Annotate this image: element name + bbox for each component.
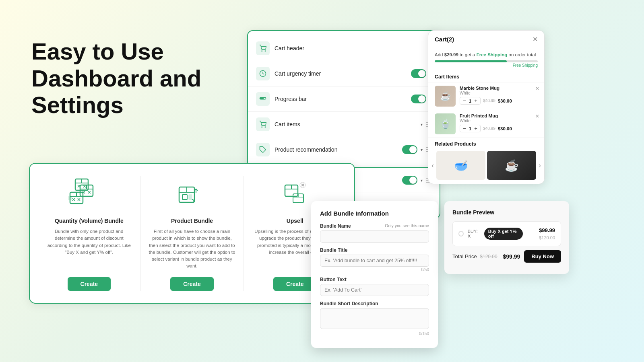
svg-point-37 [193,200,195,202]
bundle-price-new: $99.99 [539,227,555,233]
svg-rect-35 [182,195,187,200]
bundle-name-label: Bundle Name Only you see this name [320,223,429,229]
quantity-bundle-icon [67,176,111,212]
shipping-bar-fill [435,60,507,62]
cart-item-name: Marble Stone Mug [460,86,538,90]
related-product-image[interactable]: ☕ [487,151,536,180]
cart-items-label: Cart items [275,121,416,128]
bundle-cards-section: Quantity (Volume) Bundle Bundle with onl… [29,163,355,304]
bundle-preview-prices: $99.99 $120.00 [523,226,555,241]
extra1-controls[interactable]: ▾ [402,176,431,185]
cart-item-variant: White [460,118,538,123]
quantity-bundle-title: Quantity (Volume) Bundle [55,218,124,224]
cart-item-info: Fruit Printed Mug White − 1 + $40.99 $30… [460,113,538,132]
cart-items-icon [256,117,270,131]
prev-arrow-icon[interactable]: ‹ [431,161,435,170]
price-old: $40.99 [483,99,495,103]
bundle-preview-panel: Bundle Preview BUY: X Buy X get Y% off $… [444,201,569,274]
sidebar-item-cart-items[interactable]: Cart items ▾ [248,112,440,137]
cart-header-icon [256,41,270,55]
qty-increase-button[interactable]: + [473,125,479,132]
sidebar-item-cart-header[interactable]: Cart header ▾ [248,36,440,61]
upsell-create-button[interactable]: Create [273,277,317,291]
svg-rect-13 [68,196,72,200]
bundle-name-group: Bundle Name Only you see this name [320,223,429,243]
sidebar-item-progress-bar[interactable]: Progress bar ▾ [248,86,440,112]
sidebar-item-product-recommendation[interactable]: Product recommendation ▾ [248,137,440,162]
cart-items-section-title: Cart Items [428,71,544,82]
chevron-down-icon: ▾ [421,122,423,127]
quantity-control[interactable]: − 1 + [460,97,481,105]
related-product-image[interactable]: 🥣 [436,151,485,180]
short-desc-textarea[interactable] [320,308,429,329]
cart-item-image: 🍵 [435,113,456,134]
price-new: $30.00 [498,99,512,103]
hero-section: Easy to Use Dashboard and Settings [31,38,241,119]
qty-decrease-button[interactable]: − [462,125,467,132]
bundle-name-input[interactable] [320,230,429,243]
bundle-title-input[interactable] [320,255,429,267]
shipping-amount: $29.99 [444,52,458,57]
cart-title: Cart(2) [435,36,454,43]
hero-title: Easy to Use Dashboard and Settings [31,38,241,119]
extra1-toggle[interactable] [402,176,417,185]
short-desc-char-count: 0/150 [320,331,429,336]
cart-item-variant: White [460,90,538,95]
remove-item-button[interactable]: ✕ [535,113,539,119]
bundle-price-old: $120.00 [539,235,555,240]
product-rec-controls[interactable]: ▾ [402,145,431,154]
next-arrow-icon[interactable]: › [538,161,542,170]
cart-item: 🍵 Fruit Printed Mug White − 1 + $40.99 $… [428,110,544,138]
bundle-radio-button[interactable] [458,231,464,237]
product-bundle-desc: First of all you have to choose a main p… [148,228,236,270]
bundle-total-row: Total Price $120.00 $99.99 Buy Now [452,250,561,263]
shipping-bar [435,60,538,62]
shipping-bar-label: Free Shipping [435,63,538,68]
urgency-timer-icon [256,67,270,80]
price-new: $30.00 [498,126,512,131]
progress-bar-toggle[interactable] [411,95,426,103]
cart-item-qty-price: − 1 + $40.99 $30.00 [460,125,538,132]
product-bundle-icon [170,176,214,212]
qty-decrease-button[interactable]: − [462,98,467,104]
bundle-discount-badge: Buy X get Y% off [484,228,523,240]
cart-preview-panel: Cart(2) ✕ Add $29.99 to get a Free Shipp… [428,30,545,184]
bundle-preview-title: Bundle Preview [452,209,561,216]
urgency-timer-label: Cart urgency timer [275,70,406,77]
cart-close-button[interactable]: ✕ [533,35,538,43]
product-rec-label: Product recommendation [275,146,397,153]
product-rec-toggle[interactable] [402,145,417,154]
bundle-preview-row: BUY: X Buy X get Y% off $99.99 $120.00 [452,221,561,246]
qty-value: 1 [469,126,471,131]
upsell-title: Upsell [287,218,303,224]
bundle-total-label: Total Price $120.00 [452,253,497,259]
cart-item-qty-price: − 1 + $40.99 $30.00 [460,97,538,105]
product-bundle-create-button[interactable]: Create [170,277,214,291]
quantity-bundle-create-button[interactable]: Create [68,277,111,291]
sidebar-item-urgency-timer[interactable]: Cart urgency timer ▾ [248,61,440,86]
svg-point-1 [265,51,266,51]
price-old: $40.99 [483,126,495,131]
bundle-card-quantity: Quantity (Volume) Bundle Bundle with onl… [38,176,141,291]
svg-point-6 [265,127,266,128]
cart-header-bar: Cart(2) ✕ [428,31,544,48]
bundle-buy-now-button[interactable]: Buy Now [524,250,561,263]
qty-increase-button[interactable]: + [473,98,479,104]
remove-item-button[interactable]: ✕ [535,86,539,91]
dashboard-panel: Cart header ▾ Cart urgency timer ▾ Progr… [247,30,440,168]
cart-item-name: Fruit Printed Mug [460,113,538,118]
button-text-input[interactable] [320,284,429,296]
qty-value: 1 [469,99,471,103]
cart-header-label: Cart header [275,45,425,51]
quantity-control[interactable]: − 1 + [460,125,481,132]
bundle-total-old: $120.00 [480,254,497,259]
cart-item: ☕ Marble Stone Mug White − 1 + $40.99 $3… [428,82,544,110]
svg-rect-36 [189,195,192,200]
bundle-title-char-count: 0/50 [320,267,429,272]
cart-item-image: ☕ [435,86,456,107]
short-desc-label: Bundle Short Description [320,301,429,306]
progress-bar-icon [256,92,270,106]
cart-item-info: Marble Stone Mug White − 1 + $40.99 $30.… [460,86,538,105]
urgency-timer-toggle[interactable] [411,69,426,78]
button-text-group: Button Text [320,277,429,296]
